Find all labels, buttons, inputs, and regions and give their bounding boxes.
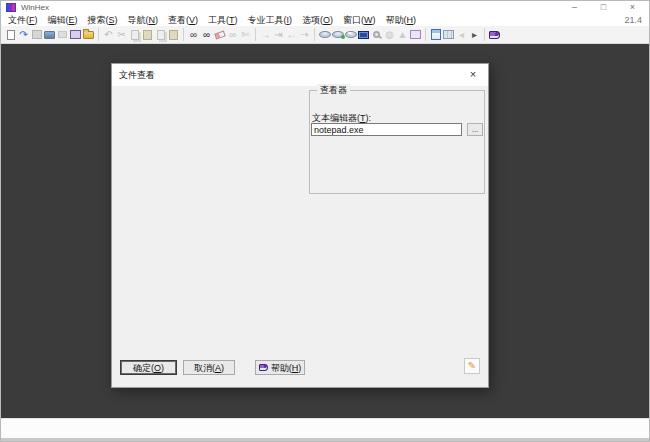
- close-button[interactable]: ×: [618, 1, 647, 14]
- goto-offset-icon: →: [259, 27, 272, 43]
- maximize-button[interactable]: □: [589, 1, 618, 14]
- find-continue-icon: ∞: [226, 27, 239, 43]
- copy-icon: [128, 27, 141, 43]
- open-folder-icon[interactable]: [82, 27, 95, 43]
- viewer-group-label: 查看器: [317, 84, 350, 96]
- open-disk-icon[interactable]: [318, 27, 331, 43]
- paste-icon: [141, 27, 154, 43]
- goto-end-icon: ⇥: [272, 27, 285, 43]
- browse-button[interactable]: ...: [467, 123, 483, 136]
- status-bar: [1, 418, 649, 441]
- toolbar-separator: [98, 28, 99, 41]
- replace-icon[interactable]: [213, 27, 226, 43]
- clipboard-paste-icon: [167, 27, 180, 43]
- cancel-button[interactable]: 取消(A): [183, 360, 235, 375]
- save-as-icon: [56, 27, 69, 43]
- menu-view[interactable]: 查看(V): [163, 14, 203, 26]
- menu-options[interactable]: 选项(O): [297, 14, 338, 26]
- file-view-dialog: 文件查看 × 查看器 文本编辑器(T): ... 确定(O) 取消(A) 帮助(…: [111, 63, 489, 388]
- caption-buttons: – □ ×: [560, 1, 647, 14]
- forward-icon: ⇢: [298, 27, 311, 43]
- data-interpreter-icon[interactable]: [442, 27, 455, 43]
- toolbar-separator: [484, 28, 485, 41]
- text-editor-input[interactable]: [311, 123, 462, 136]
- dialog-title-bar: 文件查看 ×: [112, 64, 488, 86]
- ok-button[interactable]: 确定(O): [120, 360, 177, 375]
- find-text-icon[interactable]: ∞: [187, 27, 200, 43]
- help-icon[interactable]: [488, 27, 501, 43]
- toolbar-separator: [255, 28, 256, 41]
- dialog-title: 文件查看: [112, 70, 155, 80]
- winhex-window: WinHex – □ × 文件(F)编辑(E)搜索(S)导航(N)查看(V)工具…: [0, 0, 650, 442]
- menu-help[interactable]: 帮助(H): [381, 14, 422, 26]
- back-icon: ←: [285, 27, 298, 43]
- menu-specialist[interactable]: 专业工具(I): [243, 14, 298, 26]
- menu-search[interactable]: 搜索(S): [83, 14, 123, 26]
- help-button[interactable]: 帮助(H): [255, 360, 305, 375]
- prev-window-icon: ◂: [455, 27, 468, 43]
- find-mark-icon: ✄: [239, 27, 252, 43]
- ram-editor-icon[interactable]: [357, 27, 370, 43]
- window-title: WinHex: [21, 1, 49, 14]
- menu-file[interactable]: 文件(F): [3, 14, 43, 26]
- winhex-logo-icon: [6, 3, 16, 12]
- save-icon: [30, 27, 43, 43]
- dialog-close-icon[interactable]: ×: [458, 64, 488, 86]
- menu-edit[interactable]: 编辑(E): [43, 14, 83, 26]
- dialog-edit-button[interactable]: ✎: [464, 358, 480, 374]
- open-file-icon[interactable]: ↷: [17, 27, 30, 43]
- menu-window[interactable]: 窗口(W): [338, 14, 381, 26]
- toolbar-separator: [183, 28, 184, 41]
- preview-icon: [370, 27, 383, 43]
- toolbar: ↷↶✂∞∞∞✄→⇥←⇢◍▲◂▸: [1, 26, 649, 44]
- title-bar: WinHex – □ ×: [1, 1, 649, 14]
- backup-icon[interactable]: [344, 27, 357, 43]
- version-label: 21.4: [624, 14, 642, 26]
- cut-icon: ✂: [115, 27, 128, 43]
- next-window-icon[interactable]: ▸: [468, 27, 481, 43]
- viewer-groupbox: 查看器: [309, 90, 485, 194]
- toolbar-separator: [314, 28, 315, 41]
- menu-navigation[interactable]: 导航(N): [123, 14, 164, 26]
- clone-disk-icon[interactable]: [331, 27, 344, 43]
- undo-icon: ↶: [102, 27, 115, 43]
- clipboard-copy-icon: [154, 27, 167, 43]
- print-icon[interactable]: [43, 27, 56, 43]
- toolbar-separator: [425, 28, 426, 41]
- external-viewer-icon[interactable]: [409, 27, 422, 43]
- minimize-button[interactable]: –: [560, 1, 589, 14]
- help-button-label: 帮助(H): [271, 362, 302, 374]
- help-book-icon: [259, 364, 268, 371]
- web-icon: ◍: [383, 27, 396, 43]
- menu-tools[interactable]: 工具(T): [203, 14, 243, 26]
- pencil-icon: ✎: [468, 361, 476, 371]
- menu-bar: 文件(F)编辑(E)搜索(S)导航(N)查看(V)工具(T)专业工具(I)选项(…: [1, 14, 649, 26]
- new-file-icon[interactable]: [4, 27, 17, 43]
- menu-items: 文件(F)编辑(E)搜索(S)导航(N)查看(V)工具(T)专业工具(I)选项(…: [3, 14, 421, 26]
- file-properties-icon[interactable]: [69, 27, 82, 43]
- find-hex-icon[interactable]: ∞: [200, 27, 213, 43]
- gallery-icon: ▲: [396, 27, 409, 43]
- calculator-icon[interactable]: [429, 27, 442, 43]
